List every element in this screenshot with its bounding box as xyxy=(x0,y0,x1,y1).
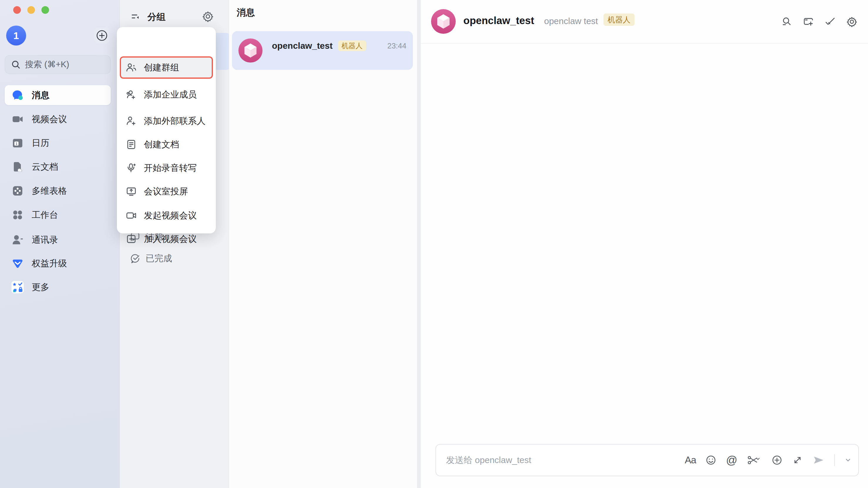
menu-item-screen-cast[interactable]: 会议室投屏 xyxy=(120,180,213,203)
sidebar-item-workbench[interactable]: 工作台 xyxy=(5,205,111,225)
search-icon xyxy=(11,60,21,69)
send-icon[interactable] xyxy=(812,454,825,466)
mark-read-check-icon[interactable] xyxy=(825,16,836,27)
sidebar-item-messages[interactable]: 消息 xyxy=(5,85,111,105)
chat-bubble-icon xyxy=(11,89,24,101)
svg-text:1: 1 xyxy=(16,142,18,146)
sidebar-item-label: 日历 xyxy=(32,137,49,149)
emoji-icon[interactable] xyxy=(705,454,716,466)
menu-item-label: 开始录音转写 xyxy=(144,162,197,174)
menu-item-create-doc[interactable]: 创建文档 xyxy=(120,133,213,156)
menu-item-label: 创建群组 xyxy=(144,62,179,74)
add-external-contact-icon xyxy=(126,115,137,127)
create-doc-icon xyxy=(126,139,137,150)
close-window-button[interactable] xyxy=(13,6,21,14)
menu-item-create-group[interactable]: 创建群组 xyxy=(120,56,213,79)
sidebar-item-label: 多维表格 xyxy=(32,185,67,197)
message-history-area xyxy=(421,44,868,444)
menu-item-label: 添加企业成员 xyxy=(144,89,197,101)
chat-settings-gear-icon[interactable] xyxy=(846,16,858,27)
conversation-avatar xyxy=(239,38,262,63)
menu-item-join-video-meeting[interactable]: 加入视频会议 xyxy=(120,228,213,250)
mention-icon[interactable]: @ xyxy=(726,454,737,466)
group-item-label: 已完成 xyxy=(146,252,172,265)
create-group-icon xyxy=(126,62,137,73)
expand-composer-icon[interactable] xyxy=(792,454,803,466)
message-composer[interactable]: 发送给 openclaw_test Aa @ xyxy=(435,444,859,476)
menu-item-label: 添加外部联系人 xyxy=(144,115,206,127)
sidebar-item-more[interactable]: 更多 xyxy=(5,277,111,297)
add-to-group-icon[interactable] xyxy=(803,16,814,27)
conversation-row: openclaw_test 机器人 23:44 xyxy=(272,39,406,52)
menu-item-label: 发起视频会议 xyxy=(144,210,197,222)
plus-circle-icon xyxy=(95,29,108,42)
menu-item-label: 会议室投屏 xyxy=(144,186,188,197)
app-window: 1 搜索 (⌘+K) xyxy=(0,0,868,488)
send-options-divider xyxy=(834,454,835,466)
chat-avatar[interactable] xyxy=(431,9,456,34)
create-context-menu: 创建群组 添加企业成员 添加外部联系人 xyxy=(117,27,216,234)
sidebar-item-label: 云文档 xyxy=(32,161,58,173)
sidebar-item-video-meeting[interactable]: 视频会议 xyxy=(5,109,111,129)
bot-badge: 机器人 xyxy=(603,13,634,26)
screen-cast-icon xyxy=(126,186,137,197)
menu-item-add-member[interactable]: 添加企业成员 xyxy=(120,83,213,106)
collapse-sidebar-icon[interactable] xyxy=(130,12,141,22)
more-apps-icon xyxy=(11,281,24,294)
sidebar-item-label: 权益升级 xyxy=(32,257,67,270)
panel-resize-divider[interactable] xyxy=(417,0,421,488)
sidebar-item-calendar[interactable]: 1 日历 xyxy=(5,133,111,153)
send-options-chevron-icon[interactable] xyxy=(844,454,852,466)
composer-toolbar: Aa @ xyxy=(685,445,852,476)
groups-settings-gear-icon[interactable] xyxy=(202,10,214,22)
add-button[interactable] xyxy=(94,28,110,43)
conversation-item[interactable]: openclaw_test 机器人 23:44 xyxy=(232,31,413,70)
screenshot-scissors-icon[interactable] xyxy=(747,454,762,466)
window-controls xyxy=(13,6,49,14)
sidebar-item-label: 消息 xyxy=(32,89,49,101)
group-item-done[interactable]: 已完成 xyxy=(120,249,229,268)
sidebar-item-upgrade[interactable]: 权益升级 xyxy=(5,253,111,273)
groups-panel-title: 分组 xyxy=(147,11,165,23)
sidebar-item-base[interactable]: 多维表格 xyxy=(5,181,111,201)
menu-item-label: 创建文档 xyxy=(144,139,179,151)
conversation-time: 23:44 xyxy=(387,41,406,51)
zoom-window-button[interactable] xyxy=(41,6,49,14)
more-attachments-icon[interactable] xyxy=(771,454,782,466)
contacts-icon xyxy=(11,234,24,246)
sidebar-item-label: 通讯录 xyxy=(32,234,58,246)
sidebar-item-label: 工作台 xyxy=(32,209,58,221)
composer-placeholder: 发送给 openclaw_test xyxy=(446,445,531,476)
menu-item-add-external-contact[interactable]: 添加外部联系人 xyxy=(120,110,213,132)
chat-panel: openclaw_test openclaw test 机器人 xyxy=(421,0,868,488)
bot-badge: 机器人 xyxy=(338,40,366,51)
chat-title: openclaw_test xyxy=(463,15,534,26)
menu-item-start-video-meeting[interactable]: 发起视频会议 xyxy=(120,204,213,227)
minimize-window-button[interactable] xyxy=(27,6,35,14)
sidebar-item-contacts[interactable]: 通讯录 xyxy=(5,230,111,250)
search-input[interactable]: 搜索 (⌘+K) xyxy=(5,55,111,74)
groups-panel-header: 分组 xyxy=(120,9,229,25)
text-format-icon[interactable]: Aa xyxy=(685,454,696,466)
chat-list-title: 消息 xyxy=(237,6,255,19)
join-video-meeting-icon xyxy=(126,234,137,245)
sidebar-item-cloud-docs[interactable]: 云文档 xyxy=(5,157,111,177)
search-in-chat-icon[interactable] xyxy=(781,16,792,27)
video-camera-icon xyxy=(11,113,24,126)
add-member-icon xyxy=(126,89,137,100)
menu-item-record-transcribe[interactable]: 开始录音转写 xyxy=(120,157,213,179)
cube-logo-icon xyxy=(431,9,456,34)
chat-header-actions xyxy=(781,0,858,43)
cloud-doc-icon xyxy=(11,160,24,173)
done-check-bubble-icon xyxy=(130,253,141,264)
cube-logo-icon xyxy=(239,38,262,63)
grid-table-icon xyxy=(11,184,24,197)
start-video-meeting-icon xyxy=(126,210,137,221)
search-placeholder: 搜索 (⌘+K) xyxy=(25,59,69,70)
user-avatar[interactable]: 1 xyxy=(6,26,26,45)
upgrade-diamond-icon xyxy=(11,257,24,270)
workbench-icon xyxy=(11,209,24,221)
chat-list-panel: 消息 openclaw_test 机器人 23:44 xyxy=(229,0,417,488)
chat-subtitle: openclaw test xyxy=(544,16,598,26)
sidebar-item-label: 视频会议 xyxy=(32,113,67,125)
